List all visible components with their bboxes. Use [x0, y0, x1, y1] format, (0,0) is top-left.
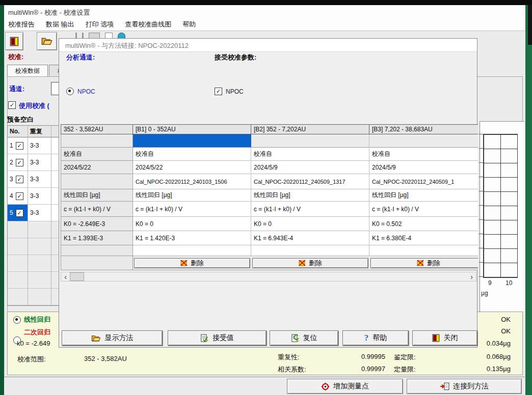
exit-door-icon: [10, 37, 19, 46]
selector-cell[interactable]: [133, 134, 251, 148]
repeat-cell: 3-3: [28, 171, 51, 188]
column-header: No.: [8, 126, 28, 137]
table-cell: K0 = 0: [133, 217, 251, 231]
tab-label: 校准数据: [15, 67, 40, 75]
row-number-cell: 2✓: [8, 154, 28, 171]
menu-item-2[interactable]: 打印 选项: [86, 20, 114, 29]
table-cell: Cal_NPOC-20220112_240509_1317: [251, 174, 369, 189]
selector-cell[interactable]: [369, 134, 478, 148]
help-button[interactable]: ?帮助: [342, 330, 409, 346]
table-cell: 删除: [133, 256, 251, 270]
menu-item-4[interactable]: 帮助: [182, 20, 196, 29]
delete-label: 删除: [191, 259, 204, 268]
row-checkbox[interactable]: ✓: [16, 209, 23, 217]
delete-button[interactable]: 删除: [134, 258, 250, 268]
button-label: 帮助: [373, 333, 387, 343]
column-header: 重复: [28, 126, 51, 137]
selector-cell[interactable]: [251, 134, 369, 148]
menu-item-3[interactable]: 查看校准曲线图: [125, 20, 171, 29]
table-cell: 2024/5/22: [133, 161, 251, 174]
row-number-cell: 3✓: [8, 171, 28, 188]
table-cell: [251, 245, 369, 256]
npoc-radio-option[interactable]: NPOC: [66, 88, 95, 95]
table-column: 352 - 3,582AU校准自2024/5/22线性回归 [µg]c = (k…: [61, 124, 133, 270]
row-checkbox[interactable]: ✓: [16, 159, 23, 166]
accept-values-button[interactable]: 接受值: [168, 330, 267, 346]
detection-limit-value: 0.068µg: [460, 353, 511, 360]
link-method-dialog: multiWin® - 与方法链接: NPOC-20220112 分析通道: 接…: [59, 38, 477, 348]
menu-item-1[interactable]: 数据 输出: [46, 20, 74, 29]
close-button[interactable]: 关闭: [412, 330, 477, 346]
table-cell: K1 = 6.943E-4: [251, 231, 369, 245]
table-cell: 线性回归 [µg]: [369, 189, 478, 202]
top-black-bar: [0, 0, 532, 5]
table-cell: 352 - 3,582AU: [61, 124, 133, 134]
table-cell: 2024/5/9: [369, 161, 478, 174]
status-bar: 增加测量点 连接到方法: [4, 377, 525, 395]
check-icon: ✓: [10, 102, 14, 108]
exit-button[interactable]: [5, 32, 23, 50]
table-cell: K0 = 0.502: [369, 217, 478, 231]
table-cell: [28, 289, 51, 305]
selector-cell[interactable]: [61, 134, 133, 148]
menu-item-0[interactable]: 校准报告: [8, 20, 35, 29]
quantification-limit-value: 0.135µg: [460, 365, 511, 373]
delete-x-icon: [299, 260, 306, 266]
button-label: 复位: [303, 333, 317, 343]
link-method-icon: [440, 382, 449, 390]
delete-button[interactable]: 删除: [252, 258, 368, 268]
desktop-edge: [528, 5, 532, 45]
table-cell: 2024/5/9: [251, 161, 369, 174]
open-button[interactable]: [37, 32, 57, 50]
table-cell: K1 = 1.420E-3: [133, 231, 251, 245]
use-calibration-checkbox[interactable]: ✓: [8, 101, 16, 109]
linear-regression-radio[interactable]: [13, 316, 21, 324]
chart-y-ticks: [479, 134, 483, 277]
table-cell: c = (k1·I + k0) / V: [61, 202, 133, 217]
menu-bar: 校准报告数据 输出打印 选项查看校准曲线图帮助: [4, 18, 525, 31]
delete-x-icon: [180, 260, 188, 266]
repeat-cell: 3-3: [28, 154, 51, 171]
check-icon: ✓: [17, 193, 22, 199]
detection-limit-label: 鉴定限:: [394, 353, 416, 362]
tab-calibration-data[interactable]: 校准数据: [7, 65, 48, 76]
link-to-method-button[interactable]: 连接到方法: [407, 379, 522, 394]
table-cell: [61, 174, 133, 189]
table-cell: K1 = 1.393E-3: [61, 231, 133, 245]
table-cell: [8, 221, 28, 238]
calibration-ranges-table: 352 - 3,582AU校准自2024/5/22线性回归 [µg]c = (k…: [61, 124, 478, 270]
scroll-right-arrow-icon[interactable]: ›: [467, 272, 476, 281]
row-number: 1: [10, 142, 13, 149]
scrollbar-thumb[interactable]: [70, 272, 84, 281]
show-method-button[interactable]: 显示方法: [62, 330, 163, 346]
button-label: 关闭: [444, 333, 458, 343]
add-measure-point-button[interactable]: 增加测量点: [287, 379, 403, 394]
repeat-cell: 3-3: [28, 137, 51, 154]
row-number: 2: [10, 159, 13, 166]
row-number: 4: [10, 192, 13, 200]
repeat-cell: 3-3: [28, 188, 51, 205]
npoc-radio-label: NPOC: [77, 88, 95, 95]
repeat-cell: 3-3: [28, 205, 51, 221]
table-cell: [28, 255, 51, 272]
repeatability-value: 0.99995: [334, 353, 385, 360]
row-checkbox[interactable]: ✓: [16, 192, 23, 200]
screen: multiWin® - 校准 - 校准设置 校准报告数据 输出打印 选项查看校准…: [0, 0, 532, 395]
table-cell: K0 = 0: [251, 217, 369, 231]
horizontal-scrollbar[interactable]: ‹ ›: [61, 272, 476, 281]
reset-button[interactable]: 复位: [270, 330, 338, 346]
window-titlebar: multiWin® - 校准 - 校准设置: [4, 5, 525, 18]
delete-button[interactable]: 删除: [370, 258, 478, 268]
table-cell: 校准自: [133, 148, 251, 161]
npoc-checkbox-label: NPOC: [226, 88, 244, 95]
correlation-label: 相关系数:: [278, 365, 306, 374]
scroll-left-arrow-icon[interactable]: ‹: [61, 272, 70, 281]
table-cell: [B1] 0 - 352AU: [133, 124, 251, 134]
table-column: [B3] 7,202 - 38,683AU校准自2024/5/9Cal_NPOC…: [369, 124, 478, 270]
channel-label: 通道:: [9, 84, 24, 94]
dialog-title: multiWin® - 与方法链接: NPOC-20220112: [65, 41, 189, 50]
quantification-limit-label: 定量限:: [394, 365, 416, 374]
npoc-checkbox-option[interactable]: ✓ NPOC: [215, 88, 244, 95]
row-checkbox[interactable]: ✓: [16, 142, 23, 150]
row-checkbox[interactable]: ✓: [16, 176, 23, 183]
